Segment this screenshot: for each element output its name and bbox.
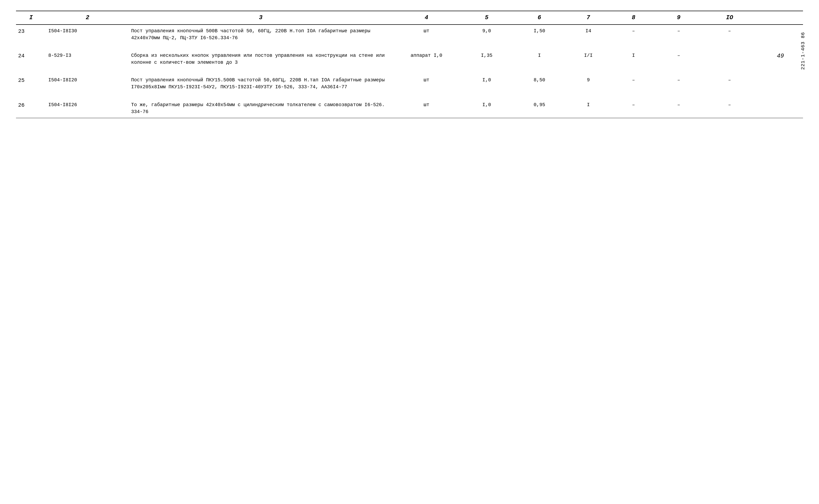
row-24-col9: – bbox=[656, 44, 701, 69]
row-23-sidenote bbox=[758, 25, 803, 44]
row-24-code: 8-529-I3 bbox=[46, 44, 129, 69]
header-col9: 9 bbox=[656, 11, 701, 25]
row-26-col4: шт bbox=[392, 93, 460, 118]
header-col1: I bbox=[16, 11, 46, 25]
row-23-desc: Пост управления кнопочный 500В частотой … bbox=[129, 25, 392, 44]
table-row: 26 I504-I8I26 То же, габаритные размеры … bbox=[16, 93, 803, 118]
row-24-col5: I,35 bbox=[461, 44, 513, 69]
data-table: I 2 3 4 5 6 7 8 9 IO 23 I504-I8I30 Пост … bbox=[16, 11, 803, 118]
row-26-col9: – bbox=[656, 93, 701, 118]
row-24-col7: I/I bbox=[566, 44, 611, 69]
header-col5: 5 bbox=[461, 11, 513, 25]
row-26-col10: – bbox=[701, 93, 758, 118]
header-col7: 7 bbox=[566, 11, 611, 25]
row-24-col10 bbox=[701, 44, 758, 69]
main-table-container: I 2 3 4 5 6 7 8 9 IO 23 I504-I8I30 Пост … bbox=[16, 11, 803, 118]
row-23-col9: – bbox=[656, 25, 701, 44]
row-23-col8: – bbox=[611, 25, 656, 44]
row-23-code: I504-I8I30 bbox=[46, 25, 129, 44]
row-25-code: I504-I8I20 bbox=[46, 69, 129, 93]
row-25-col7: 9 bbox=[566, 69, 611, 93]
row-23-col7: I4 bbox=[566, 25, 611, 44]
header-col10: IO bbox=[701, 11, 758, 25]
row-26-col5: I,0 bbox=[461, 93, 513, 118]
row-25-sidenote bbox=[758, 69, 803, 93]
row-25-col8: – bbox=[611, 69, 656, 93]
row-25-col6: 8,50 bbox=[513, 69, 566, 93]
table-row: 24 8-529-I3 Сборка из нескольких кнопок … bbox=[16, 44, 803, 69]
row-25-col4: шт bbox=[392, 69, 460, 93]
table-row: 25 I504-I8I20 Пост управления кнопочный … bbox=[16, 69, 803, 93]
row-25-col5: I,0 bbox=[461, 69, 513, 93]
header-col4: 4 bbox=[392, 11, 460, 25]
table-row: 23 I504-I8I30 Пост управления кнопочный … bbox=[16, 25, 803, 44]
row-25-num: 25 bbox=[16, 69, 46, 93]
row-24-col4: аппарат I,0 bbox=[392, 44, 460, 69]
header-col2: 2 bbox=[46, 11, 129, 25]
header-col8: 8 bbox=[611, 11, 656, 25]
row-23-col6: I,50 bbox=[513, 25, 566, 44]
row-26-col7: I bbox=[566, 93, 611, 118]
header-col3: 3 bbox=[129, 11, 392, 25]
row-24-num: 24 bbox=[16, 44, 46, 69]
row-24-col6: I bbox=[513, 44, 566, 69]
row-24-desc: Сборка из нескольких кнопок управления и… bbox=[129, 44, 392, 69]
table-header-row: I 2 3 4 5 6 7 8 9 IO bbox=[16, 11, 803, 25]
row-25-col9: – bbox=[656, 69, 701, 93]
row-23-col5: 9,0 bbox=[461, 25, 513, 44]
row-23-col4: шт bbox=[392, 25, 460, 44]
row-26-sidenote bbox=[758, 93, 803, 118]
header-col11 bbox=[758, 11, 803, 25]
row-24-sidenote: 49 bbox=[758, 44, 803, 69]
row-23-col10: – bbox=[701, 25, 758, 44]
row-24-col8: I bbox=[611, 44, 656, 69]
row-25-col10: – bbox=[701, 69, 758, 93]
row-25-desc: Пост управления кнопочный ПКУ15.500В час… bbox=[129, 69, 392, 93]
row-26-desc: То же, габаритные размеры 42х40х54мм с ц… bbox=[129, 93, 392, 118]
side-label: 221-1-463 86 bbox=[800, 32, 806, 70]
row-26-code: I504-I8I26 bbox=[46, 93, 129, 118]
header-col6: 6 bbox=[513, 11, 566, 25]
row-26-num: 26 bbox=[16, 93, 46, 118]
row-23-num: 23 bbox=[16, 25, 46, 44]
row-26-col8: – bbox=[611, 93, 656, 118]
row-26-col6: 0,95 bbox=[513, 93, 566, 118]
